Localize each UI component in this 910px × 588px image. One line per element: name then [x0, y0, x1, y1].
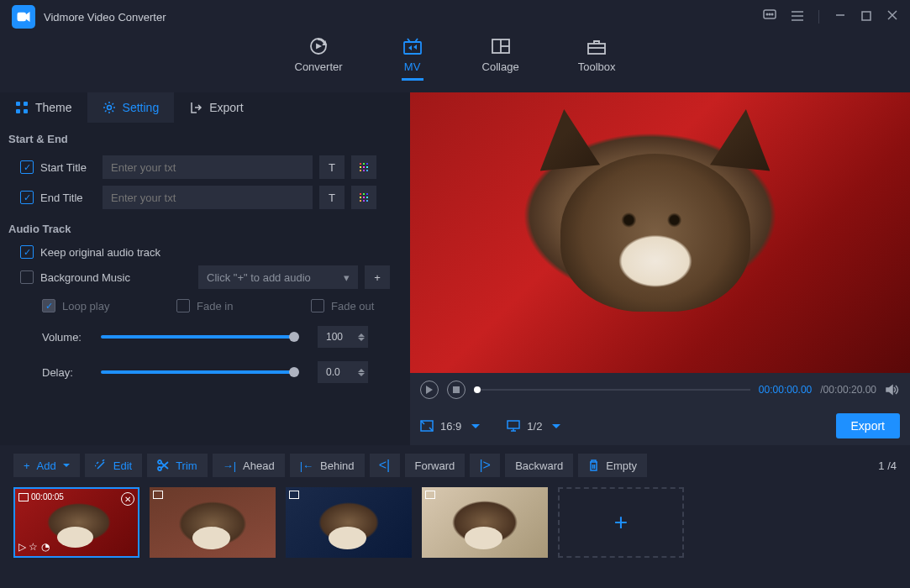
clip-4[interactable]: [422, 487, 548, 558]
svg-rect-22: [24, 102, 28, 106]
zoom-button[interactable]: 1/2: [507, 420, 560, 433]
clip-3[interactable]: [286, 487, 412, 558]
clip-1-controls: ▷ ☆ ◔: [18, 541, 50, 553]
chevron-down-icon: ▾: [344, 271, 350, 284]
delay-value[interactable]: 0.0: [318, 361, 368, 383]
svg-rect-21: [16, 102, 20, 106]
end-title-font-button[interactable]: T: [319, 186, 345, 209]
section-start-end: Start & End: [0, 123, 410, 152]
export-icon: [189, 101, 203, 114]
nav-toolbox-label: Toolbox: [578, 60, 616, 73]
forward-nav[interactable]: <|: [370, 454, 400, 477]
nav-mv[interactable]: MV: [402, 37, 423, 81]
progress-bar[interactable]: [474, 389, 750, 391]
tab-export-label: Export: [209, 101, 243, 114]
fade-out-checkbox[interactable]: [311, 299, 324, 312]
trim-button[interactable]: Trim: [147, 454, 208, 477]
section-audio-track: Audio Track: [0, 213, 410, 242]
end-title-input[interactable]: [103, 186, 313, 209]
stop-button[interactable]: [447, 381, 466, 399]
maximize-button[interactable]: [861, 9, 871, 24]
start-title-checkbox[interactable]: [20, 160, 34, 174]
clip-1[interactable]: 00:00:05 ✕ ▷ ☆ ◔: [13, 487, 139, 558]
converter-icon: [308, 37, 329, 55]
clip-1-remove[interactable]: ✕: [121, 492, 134, 506]
end-title-label: End Title: [40, 192, 96, 204]
bg-music-checkbox[interactable]: [20, 270, 34, 284]
ahead-button[interactable]: →|Ahead: [213, 454, 285, 477]
svg-rect-27: [453, 386, 460, 393]
fade-in-label: Fade in: [197, 300, 252, 312]
theme-icon: [15, 101, 29, 114]
gear-icon: [103, 101, 116, 114]
separator: [818, 10, 819, 24]
clip-2-badge: [153, 491, 163, 499]
svg-marker-14: [317, 45, 320, 48]
tab-setting[interactable]: Setting: [87, 92, 175, 123]
end-title-checkbox[interactable]: [20, 191, 34, 204]
add-audio-button[interactable]: +: [365, 265, 390, 289]
add-audio-placeholder: Click "+" to add audio: [207, 271, 311, 284]
loop-play-checkbox[interactable]: [42, 299, 55, 312]
tab-export[interactable]: Export: [174, 92, 258, 123]
volume-label: Volume:: [42, 331, 89, 344]
bg-music-label: Background Music: [40, 271, 141, 284]
fade-in-checkbox[interactable]: [176, 299, 190, 312]
add-button[interactable]: +Add: [13, 454, 80, 477]
aspect-ratio-button[interactable]: 16:9: [420, 420, 480, 433]
play-button[interactable]: [420, 381, 439, 399]
start-title-font-button[interactable]: T: [319, 155, 345, 179]
svg-rect-29: [508, 421, 519, 428]
svg-point-32: [158, 460, 161, 464]
end-title-color-button[interactable]: [351, 186, 376, 209]
svg-rect-0: [18, 13, 25, 21]
clip-counter: 1 /4: [878, 459, 897, 472]
nav-converter-label: Converter: [295, 60, 343, 73]
svg-rect-23: [16, 109, 20, 113]
toolbox-icon: [586, 37, 608, 55]
arrow-left-icon: |←: [300, 459, 313, 472]
empty-button[interactable]: Empty: [578, 454, 647, 477]
volume-icon[interactable]: [885, 383, 900, 396]
svg-marker-26: [426, 386, 433, 394]
svg-point-3: [769, 13, 771, 15]
clip-1-badge: 00:00:05: [18, 492, 64, 501]
chevron-down-icon: [63, 464, 70, 467]
add-clip-slot[interactable]: +: [558, 487, 684, 558]
aspect-ratio-value: 16:9: [440, 420, 461, 433]
svg-point-33: [158, 467, 161, 470]
start-title-color-button[interactable]: [351, 155, 376, 179]
volume-slider[interactable]: [101, 335, 294, 339]
delay-slider[interactable]: [101, 370, 294, 374]
tab-theme[interactable]: Theme: [0, 92, 87, 123]
arrow-right-icon: →|: [223, 459, 236, 472]
start-title-input[interactable]: [103, 155, 313, 179]
tab-setting-label: Setting: [123, 101, 160, 114]
message-icon[interactable]: [763, 9, 776, 24]
add-audio-select[interactable]: Click "+" to add audio ▾: [198, 265, 358, 289]
minimize-button[interactable]: [834, 9, 846, 24]
nav-converter[interactable]: Converter: [295, 37, 343, 78]
edit-button[interactable]: Edit: [85, 454, 142, 477]
delay-label: Delay:: [42, 366, 89, 379]
close-button[interactable]: [886, 9, 898, 24]
behind-button[interactable]: |←Behind: [290, 454, 365, 477]
backward-button[interactable]: Backward: [505, 454, 573, 477]
nav-toolbox[interactable]: Toolbox: [578, 37, 616, 78]
plus-icon: +: [24, 459, 30, 472]
clip-4-badge: [425, 491, 435, 499]
chevron-down-icon: [552, 424, 560, 428]
volume-value[interactable]: 100: [318, 326, 368, 348]
forward-button[interactable]: Forward: [405, 454, 466, 477]
fade-out-label: Fade out: [331, 300, 387, 312]
loop-play-label: Loop play: [62, 300, 118, 312]
keep-original-checkbox[interactable]: [20, 245, 34, 259]
export-button[interactable]: Export: [836, 413, 900, 438]
trash-icon: [588, 459, 599, 471]
clip-2[interactable]: [150, 487, 276, 558]
nav-collage[interactable]: Collage: [482, 37, 519, 78]
keep-original-label: Keep original audio track: [40, 246, 160, 259]
collage-icon: [490, 37, 512, 55]
menu-icon[interactable]: [792, 9, 803, 24]
backward-nav[interactable]: |>: [470, 454, 500, 477]
